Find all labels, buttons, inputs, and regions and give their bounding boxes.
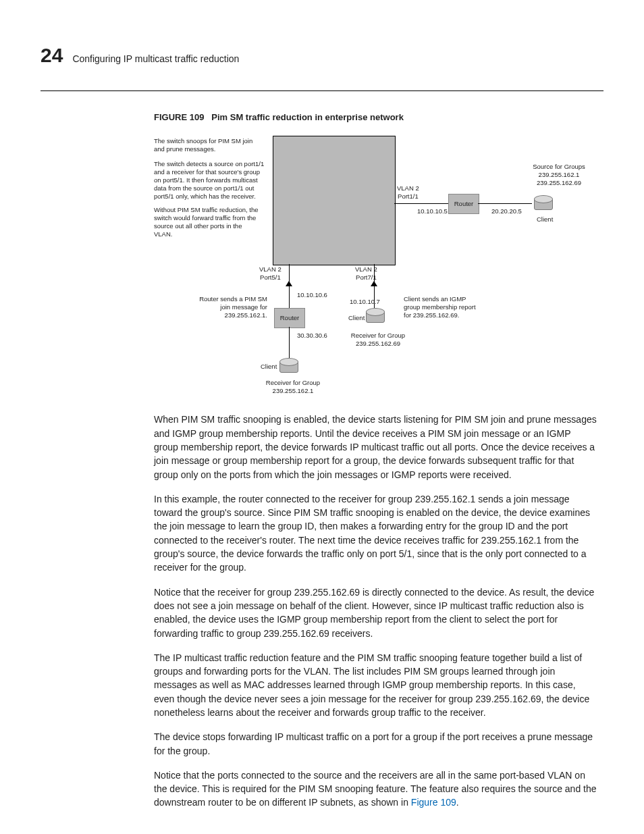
note-client-sends: Client sends an IGMP group membership re…: [404, 295, 478, 319]
note-router-sends: Router sends a PIM SM join message for 2…: [193, 295, 267, 319]
paragraph-6a: Notice that the ports connected to the s…: [154, 770, 597, 808]
note-receiver-69: Receiver for Group 239.255.162.69: [344, 332, 412, 348]
label-ip-10-7: 10.10.10.7: [350, 298, 380, 306]
note-source-for: Source for Groups 239.255.162.1 239.255.…: [525, 163, 593, 187]
client-cylinder-icon: [279, 358, 298, 373]
router-top: Router: [448, 194, 479, 214]
note-receiver-1: Receiver for Group 239.255.162.1: [259, 379, 327, 395]
label-ip-10-6: 10.10.10.6: [297, 291, 327, 299]
header-rule: [41, 90, 603, 91]
figure-diagram: The switch snoops for PIM SM join and pr…: [154, 136, 586, 400]
label-ip-30-6: 30.30.30.6: [297, 332, 327, 340]
paragraph-5: The device stops forwarding IP multicast…: [154, 730, 597, 758]
network-cloud-icon: [273, 136, 396, 265]
paragraph-6: Notice that the ports connected to the s…: [154, 768, 597, 810]
chapter-number: 24: [41, 41, 63, 70]
paragraph-3: Notice that the receiver for group 239.2…: [154, 585, 597, 640]
chapter-title: Configuring IP multicast traffic reducti…: [72, 52, 239, 66]
router-bottom: Router: [274, 308, 305, 328]
client-cylinder-icon: [534, 195, 553, 210]
paragraph-1: When PIM SM traffic snooping is enabled,…: [154, 413, 597, 481]
label-client-top: Client: [537, 215, 553, 224]
label-vlan2-port51: VLAN 2 Port5/1: [259, 265, 281, 282]
label-client-br: Client: [348, 314, 365, 322]
figure-label: FIGURE 109: [154, 112, 204, 122]
label-client-bl: Client: [261, 363, 277, 371]
figure-title: Pim SM traffic reduction in enterprise n…: [211, 112, 404, 122]
figure-link[interactable]: Figure 109: [411, 797, 456, 808]
label-vlan2-port11: VLAN 2 Port1/1: [397, 184, 419, 201]
note-snoop: The switch snoops for PIM SM join and pr…: [154, 137, 262, 153]
label-ip-20-5: 20.20.20.5: [491, 207, 522, 215]
figure-caption: FIGURE 109 Pim SM traffic reduction in e…: [154, 111, 597, 124]
note-detect: The switch detects a source on port1/1 a…: [154, 160, 265, 200]
client-cylinder-icon: [366, 308, 385, 323]
paragraph-6b: .: [456, 797, 459, 808]
label-ip-10-5: 10.10.10.5: [417, 207, 448, 215]
paragraph-2: In this example, the router connected to…: [154, 492, 597, 575]
note-without: Without PIM SM traffic reduction, the sw…: [154, 206, 262, 238]
paragraph-4: The IP multicast traffic reduction featu…: [154, 651, 597, 719]
